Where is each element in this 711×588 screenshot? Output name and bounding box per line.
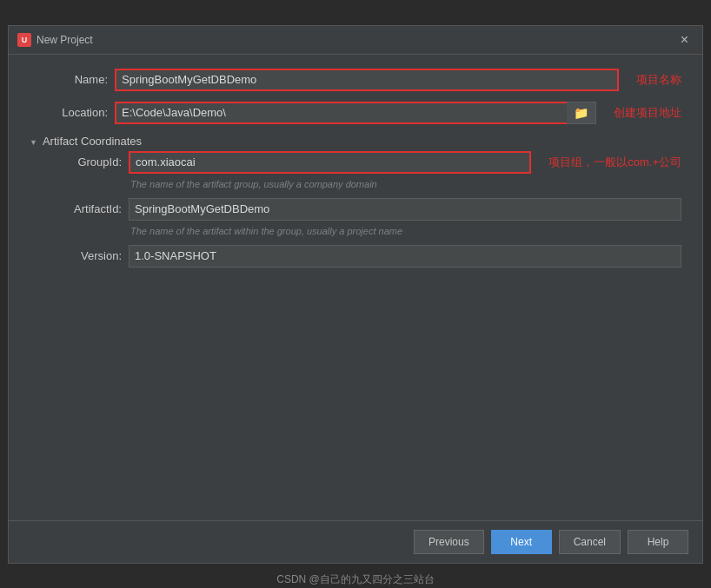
close-button[interactable]: × — [675, 31, 694, 49]
artifactid-row: ArtifactId: — [43, 198, 681, 221]
artifact-section: Artifact Coordinates GroupId: 项目组，一般以com… — [30, 135, 681, 268]
version-input[interactable] — [129, 245, 681, 268]
version-label: Version: — [43, 249, 122, 262]
artifactid-label: ArtifactId: — [43, 202, 122, 215]
artifact-section-header[interactable]: Artifact Coordinates — [30, 135, 681, 148]
artifact-section-label: Artifact Coordinates — [43, 135, 142, 148]
titlebar-left: U New Project — [17, 33, 93, 47]
artifact-chevron-icon — [30, 135, 37, 148]
next-button[interactable]: Next — [491, 530, 552, 554]
artifact-section-content: GroupId: 项目组，一般以com.+公司 The name of the … — [30, 151, 681, 268]
dialog-body: Name: 项目名称 Location: 📁 创建项目地址 Artifact C… — [9, 55, 702, 520]
groupid-label: GroupId: — [43, 155, 122, 168]
watermark: CSDN @自己的九又四分之三站台 — [9, 572, 702, 587]
location-input-group: 📁 — [115, 102, 596, 124]
cancel-button[interactable]: Cancel — [559, 530, 621, 554]
name-label: Name: — [30, 73, 108, 86]
browse-button[interactable]: 📁 — [567, 102, 596, 124]
name-row: Name: 项目名称 — [30, 69, 681, 91]
location-annotation: 创建项目地址 — [614, 105, 681, 121]
groupid-row: GroupId: 项目组，一般以com.+公司 — [43, 151, 681, 174]
version-row: Version: — [43, 245, 681, 268]
previous-button[interactable]: Previous — [414, 530, 484, 554]
dialog-titlebar: U New Project × — [9, 26, 702, 55]
dialog-footer: Previous Next Cancel Help — [9, 520, 702, 563]
groupid-annotation: 项目组，一般以com.+公司 — [548, 155, 681, 170]
artifactid-hint: The name of the artifact within the grou… — [43, 226, 681, 236]
location-label: Location: — [30, 106, 108, 119]
name-input[interactable] — [115, 69, 619, 91]
artifactid-input[interactable] — [129, 198, 681, 221]
name-annotation: 项目名称 — [636, 72, 681, 88]
new-project-dialog: U New Project × Name: 项目名称 Location: 📁 创… — [8, 25, 703, 564]
groupid-input[interactable] — [129, 151, 531, 174]
help-button[interactable]: Help — [628, 530, 688, 554]
location-row: Location: 📁 创建项目地址 — [30, 102, 681, 124]
app-logo: U — [17, 33, 31, 47]
dialog-title: New Project — [37, 34, 93, 46]
location-input[interactable] — [115, 102, 567, 124]
groupid-hint: The name of the artifact group, usually … — [43, 179, 681, 189]
